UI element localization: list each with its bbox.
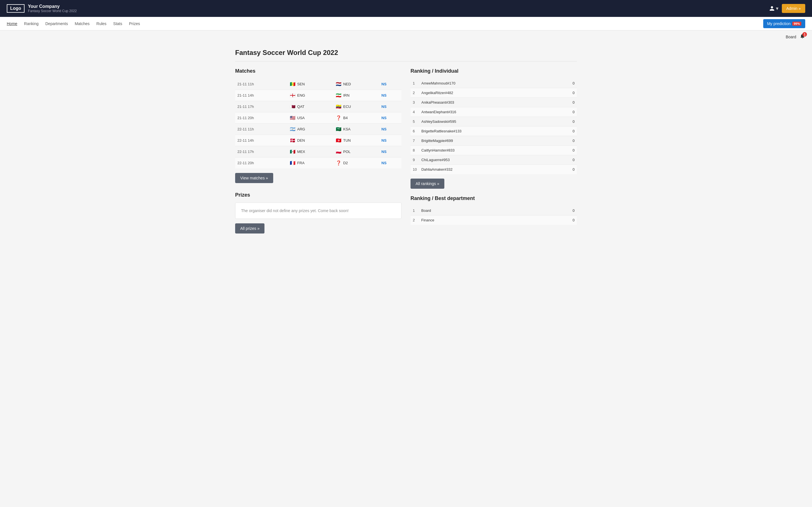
prizes-box: The organiser did not define any prizes … xyxy=(235,203,402,219)
rank-number: 9 xyxy=(410,155,419,165)
rank-number: 6 xyxy=(410,126,419,136)
rank-name: AmeeMahmoud#170 xyxy=(419,78,557,88)
nav-matches[interactable]: Matches xyxy=(75,20,90,27)
nav-rules[interactable]: Rules xyxy=(96,20,107,27)
rank-score: 0 xyxy=(557,78,577,88)
matches-section: Matches 21-11 11h 🇸🇳 SEN 🇳🇱 NED NS 21- xyxy=(235,68,402,183)
rank-number: 2 xyxy=(410,88,419,98)
rank-score: 0 xyxy=(557,117,577,126)
ranking-individual-section: Ranking / Individual 1 AmeeMahmoud#170 0… xyxy=(410,68,577,189)
team1-cell: 🇸🇳 SEN xyxy=(288,78,334,90)
ranking-row: 1 AmeeMahmoud#170 0 xyxy=(410,78,577,88)
rank-number: 1 xyxy=(410,78,419,88)
team1-name: FRA xyxy=(297,161,305,165)
team1-name: ARG xyxy=(297,127,305,131)
logo-area: Logo Your Company Fantasy Soccer World C… xyxy=(7,4,77,13)
match-row: 21-11 17h 🇶🇦 QAT 🇪🇨 ECU NS xyxy=(235,101,402,112)
bell-button[interactable]: 1 xyxy=(800,33,805,40)
nav-stats[interactable]: Stats xyxy=(113,20,122,27)
team1-name: ENG xyxy=(297,93,305,98)
match-row: 22-11 11h 🇦🇷 ARG 🇸🇦 KSA NS xyxy=(235,124,402,135)
admin-button[interactable]: Admin » xyxy=(782,4,805,13)
team1-cell: 🇦🇷 ARG xyxy=(288,124,334,135)
team2-flag: 🇪🇨 xyxy=(336,104,342,109)
rank-name: ChiLaguerre#953 xyxy=(419,155,557,165)
rank-score: 0 xyxy=(557,107,577,117)
rank-name: CaitlynHamster#833 xyxy=(419,146,557,155)
rank-score: 0 xyxy=(557,88,577,98)
team1-cell: 🇺🇸 USA xyxy=(288,112,334,124)
team1-name: USA xyxy=(297,116,305,120)
ranking-row: 5 AshleySadowski#595 0 xyxy=(410,117,577,126)
match-row: 22-11 17h 🇲🇽 MEX 🇵🇱 POL NS xyxy=(235,146,402,158)
matches-title: Matches xyxy=(235,68,402,74)
match-row: 22-11 14h 🇩🇰 DEN 🇹🇳 TUN NS xyxy=(235,135,402,146)
dept-rank-number: 2 xyxy=(410,216,419,225)
all-prizes-button[interactable]: All prizes » xyxy=(235,223,264,233)
team2-name: IRN xyxy=(343,93,349,98)
rank-name: DahliaAmaker#332 xyxy=(419,165,557,174)
team1-name: QAT xyxy=(297,105,305,109)
team1-flag: 🇩🇰 xyxy=(290,138,296,143)
match-status: NS xyxy=(379,124,402,135)
all-rankings-button[interactable]: All rankings » xyxy=(410,179,444,189)
page-title: Fantasy Soccer World Cup 2022 xyxy=(235,49,577,57)
ranking-department-section: Ranking / Best department 1 Board 0 2 Fi… xyxy=(410,195,577,225)
view-matches-button[interactable]: View matches » xyxy=(235,173,273,183)
team1-cell: 🏴󠁧󠁢󠁥󠁮󠁧󠁿 ENG xyxy=(288,90,334,101)
department-ranking-row: 2 Finance 0 xyxy=(410,216,577,225)
nav-departments[interactable]: Departments xyxy=(45,20,68,27)
team2-cell: ❓ D2 xyxy=(334,158,379,169)
match-status: NS xyxy=(379,112,402,124)
nav-home[interactable]: Home xyxy=(7,20,17,27)
main-content: Fantasy Soccer World Cup 2022 Matches 21… xyxy=(229,43,583,239)
two-column-layout: Matches 21-11 11h 🇸🇳 SEN 🇳🇱 NED NS 21- xyxy=(235,68,577,233)
team1-flag: 🇫🇷 xyxy=(290,160,296,166)
nav-prizes[interactable]: Prizes xyxy=(129,20,140,27)
match-row: 21-11 11h 🇸🇳 SEN 🇳🇱 NED NS xyxy=(235,78,402,90)
match-time: 22-11 14h xyxy=(235,135,288,146)
company-name: Your Company xyxy=(28,4,77,9)
dept-rank-name: Finance xyxy=(419,216,534,225)
team2-flag: 🇵🇱 xyxy=(336,149,342,154)
header: Logo Your Company Fantasy Soccer World C… xyxy=(0,0,812,17)
team1-flag: 🏴󠁧󠁢󠁥󠁮󠁧󠁿 xyxy=(290,93,296,98)
ranking-department-title: Ranking / Best department xyxy=(410,195,577,202)
ranking-individual-table: 1 AmeeMahmoud#170 0 2 AngelikaRitzer#482… xyxy=(410,78,577,174)
team1-name: SEN xyxy=(297,82,305,86)
nav-ranking[interactable]: Ranking xyxy=(24,20,38,27)
rank-number: 4 xyxy=(410,107,419,117)
match-status: NS xyxy=(379,158,402,169)
match-time: 21-11 11h xyxy=(235,78,288,90)
rank-score: 0 xyxy=(557,126,577,136)
nav-links: Home Ranking Departments Matches Rules S… xyxy=(7,20,140,27)
team2-flag: 🇹🇳 xyxy=(336,138,342,143)
team2-cell: 🇳🇱 NED xyxy=(334,78,379,90)
team2-flag: ❓ xyxy=(336,115,342,121)
rank-score: 0 xyxy=(557,155,577,165)
team2-name: D2 xyxy=(343,161,348,165)
rank-name: AntwanElephant#316 xyxy=(419,107,557,117)
rank-number: 10 xyxy=(410,165,419,174)
user-icon[interactable]: ▾ xyxy=(769,5,778,11)
match-time: 21-11 20h xyxy=(235,112,288,124)
prediction-score-badge: 99% xyxy=(792,22,801,25)
team2-cell: 🇹🇳 TUN xyxy=(334,135,379,146)
team1-name: MEX xyxy=(297,150,305,154)
match-status: NS xyxy=(379,101,402,112)
ranking-row: 4 AntwanElephant#316 0 xyxy=(410,107,577,117)
team1-flag: 🇺🇸 xyxy=(290,115,296,121)
board-row: Board 1 xyxy=(0,31,812,43)
rank-score: 0 xyxy=(557,146,577,155)
dept-rank-score: 0 xyxy=(534,206,577,216)
ranking-row: 3 AnikaPheasant#303 0 xyxy=(410,98,577,107)
match-status: NS xyxy=(379,78,402,90)
nav: Home Ranking Departments Matches Rules S… xyxy=(0,17,812,31)
board-link[interactable]: Board xyxy=(786,35,796,39)
match-row: 21-11 20h 🇺🇸 USA ❓ B4 NS xyxy=(235,112,402,124)
team2-name: B4 xyxy=(343,116,348,120)
my-prediction-button[interactable]: My prediction 99% xyxy=(763,19,805,28)
team2-cell: 🇵🇱 POL xyxy=(334,146,379,158)
team2-name: ECU xyxy=(343,105,351,109)
logo-box: Logo xyxy=(7,4,24,13)
